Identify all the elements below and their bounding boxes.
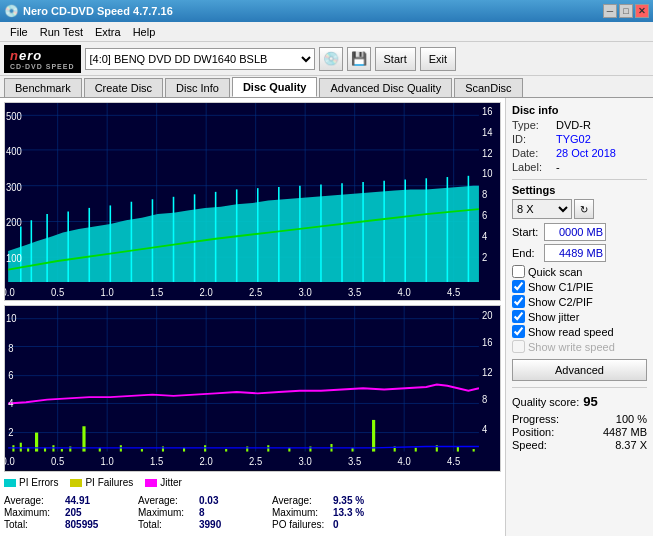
- drive-selector[interactable]: [4:0] BENQ DVD DD DW1640 BSLB: [85, 48, 315, 70]
- chart-legend: PI Errors PI Failures Jitter: [4, 474, 501, 491]
- show-write-speed-label: Show write speed: [528, 341, 615, 353]
- show-write-speed-checkbox[interactable]: [512, 340, 525, 353]
- quick-scan-row: Quick scan: [512, 265, 647, 278]
- menu-bar: File Run Test Extra Help: [0, 22, 653, 42]
- menu-file[interactable]: File: [4, 24, 34, 40]
- exit-button[interactable]: Exit: [420, 47, 456, 71]
- svg-text:500: 500: [6, 111, 22, 123]
- show-read-speed-checkbox[interactable]: [512, 325, 525, 338]
- pi-failures-total-row: Total: 3990: [138, 519, 244, 530]
- quick-scan-label: Quick scan: [528, 266, 582, 278]
- position-value: 4487 MB: [603, 426, 647, 438]
- show-jitter-checkbox[interactable]: [512, 310, 525, 323]
- title-bar-controls[interactable]: ─ □ ✕: [603, 4, 649, 18]
- jitter-avg-label: Average:: [272, 495, 327, 506]
- end-field-row: End:: [512, 244, 647, 262]
- settings-section: Settings 8 X ↻ Start: End: Quick scan: [512, 184, 647, 381]
- jitter-po-value: 0: [333, 519, 378, 530]
- close-button[interactable]: ✕: [635, 4, 649, 18]
- end-label: End:: [512, 247, 540, 259]
- top-chart: 500 400 300 200 100 16 14 12 10 8 6 4 2 …: [4, 102, 501, 301]
- menu-help[interactable]: Help: [127, 24, 162, 40]
- pi-errors-max-label: Maximum:: [4, 507, 59, 518]
- tab-disc-quality[interactable]: Disc Quality: [232, 77, 318, 97]
- tab-scandisc[interactable]: ScanDisc: [454, 78, 522, 97]
- disc-type-label: Type:: [512, 119, 552, 131]
- tab-disc-info[interactable]: Disc Info: [165, 78, 230, 97]
- jitter-color: [145, 479, 157, 487]
- pi-errors-avg-label: Average:: [4, 495, 59, 506]
- stats-section: Average: 44.91 Maximum: 205 Total: 80599…: [4, 493, 501, 532]
- svg-text:100: 100: [6, 253, 22, 265]
- quick-scan-checkbox[interactable]: [512, 265, 525, 278]
- menu-extra[interactable]: Extra: [89, 24, 127, 40]
- show-c1-pie-checkbox[interactable]: [512, 280, 525, 293]
- disc-type-row: Type: DVD-R: [512, 119, 647, 131]
- tab-create-disc[interactable]: Create Disc: [84, 78, 163, 97]
- svg-text:4.0: 4.0: [398, 286, 411, 298]
- tab-benchmark[interactable]: Benchmark: [4, 78, 82, 97]
- pi-errors-avg-value: 44.91: [65, 495, 110, 506]
- advanced-button[interactable]: Advanced: [512, 359, 647, 381]
- svg-text:2.0: 2.0: [200, 286, 213, 298]
- quality-score-label: Quality score:: [512, 396, 579, 408]
- pi-failures-total-label: Total:: [138, 519, 193, 530]
- legend-pi-failures: PI Failures: [70, 477, 133, 488]
- svg-text:1.5: 1.5: [150, 456, 163, 468]
- show-c1-pie-label: Show C1/PIE: [528, 281, 593, 293]
- svg-text:16: 16: [482, 106, 493, 118]
- pi-errors-color: [4, 479, 16, 487]
- settings-title: Settings: [512, 184, 647, 196]
- pi-failures-color: [70, 479, 82, 487]
- progress-row: Progress: 100 %: [512, 413, 647, 425]
- refresh-icon-button[interactable]: ↻: [574, 199, 594, 219]
- pi-errors-max-value: 205: [65, 507, 110, 518]
- start-button[interactable]: Start: [375, 47, 416, 71]
- tab-advanced-disc-quality[interactable]: Advanced Disc Quality: [319, 78, 452, 97]
- end-input[interactable]: [544, 244, 606, 262]
- title-bar: 💿 Nero CD-DVD Speed 4.7.7.16 ─ □ ✕: [0, 0, 653, 22]
- pi-failures-stats: Average: 0.03 Maximum: 8 Total: 3990: [138, 495, 244, 530]
- show-write-speed-row: Show write speed: [512, 340, 647, 353]
- save-button[interactable]: 💾: [347, 47, 371, 71]
- show-c2-pif-checkbox[interactable]: [512, 295, 525, 308]
- svg-text:0.0: 0.0: [5, 456, 15, 468]
- quality-score-row: Quality score: 95: [512, 394, 647, 409]
- speed-selector[interactable]: 8 X: [512, 199, 572, 219]
- svg-text:2: 2: [482, 251, 488, 263]
- minimize-button[interactable]: ─: [603, 4, 617, 18]
- svg-text:8: 8: [482, 188, 488, 200]
- svg-text:2.5: 2.5: [249, 456, 262, 468]
- disc-icon-button[interactable]: 💿: [319, 47, 343, 71]
- svg-text:1.0: 1.0: [101, 456, 114, 468]
- speed-row: 8 X ↻: [512, 199, 647, 219]
- pi-errors-total-label: Total:: [4, 519, 59, 530]
- start-input[interactable]: [544, 223, 606, 241]
- app-icon: 💿: [4, 4, 19, 18]
- disc-id-value: TYG02: [556, 133, 591, 145]
- speed-value: 8.37 X: [615, 439, 647, 451]
- svg-text:8: 8: [482, 394, 487, 406]
- svg-text:0.5: 0.5: [51, 456, 64, 468]
- menu-run-test[interactable]: Run Test: [34, 24, 89, 40]
- pi-errors-total-row: Total: 805995: [4, 519, 110, 530]
- legend-pi-failures-label: PI Failures: [85, 477, 133, 488]
- start-field-row: Start:: [512, 223, 647, 241]
- jitter-avg-row: Average: 9.35 %: [272, 495, 378, 506]
- svg-text:2: 2: [8, 427, 13, 439]
- svg-text:3.0: 3.0: [299, 286, 312, 298]
- disc-date-label: Date:: [512, 147, 552, 159]
- charts-container: 500 400 300 200 100 16 14 12 10 8 6 4 2 …: [4, 102, 501, 532]
- jitter-max-row: Maximum: 13.3 %: [272, 507, 378, 518]
- show-c2-pif-label: Show C2/PIF: [528, 296, 593, 308]
- toolbar: nero CD·DVD SPEED [4:0] BENQ DVD DD DW16…: [0, 42, 653, 76]
- disc-label-row: Label: -: [512, 161, 647, 173]
- show-c2-pif-row: Show C2/PIF: [512, 295, 647, 308]
- svg-text:20: 20: [482, 309, 493, 321]
- legend-pi-errors: PI Errors: [4, 477, 58, 488]
- disc-label-label: Label:: [512, 161, 552, 173]
- maximize-button[interactable]: □: [619, 4, 633, 18]
- pi-errors-avg-row: Average: 44.91: [4, 495, 110, 506]
- start-label: Start:: [512, 226, 540, 238]
- pi-errors-stats: Average: 44.91 Maximum: 205 Total: 80599…: [4, 495, 110, 530]
